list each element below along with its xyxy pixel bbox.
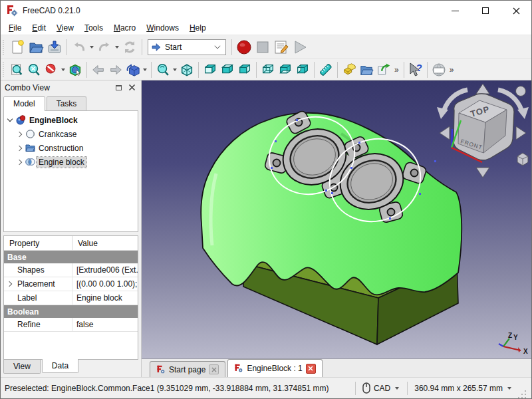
tab-engineblock-document[interactable]: EngineBlock : 1: [227, 359, 322, 377]
menu-help[interactable]: Help: [184, 22, 211, 34]
nav-arrow-up[interactable]: [476, 84, 489, 94]
macro-edit-button[interactable]: [272, 38, 291, 57]
undo-button[interactable]: [70, 38, 88, 57]
save-document-button[interactable]: [45, 38, 64, 57]
section-boolean[interactable]: Boolean: [4, 305, 138, 318]
nav-arrow-left[interactable]: [440, 126, 450, 140]
minimize-button[interactable]: [440, 1, 470, 21]
measure-distance-button[interactable]: [317, 61, 334, 78]
toolbar-overflow-button[interactable]: »: [448, 65, 456, 74]
navigation-style-caret: [395, 387, 399, 390]
tab-view[interactable]: View: [3, 360, 41, 374]
maximize-button[interactable]: [470, 1, 501, 21]
part-design-button[interactable]: [340, 61, 358, 78]
stop-icon: [254, 39, 271, 56]
expander-open-icon[interactable]: [7, 116, 13, 122]
macro-stop-button[interactable]: [253, 38, 272, 57]
tree-item-crankcase[interactable]: Crankcase: [4, 127, 138, 141]
tab-start-page[interactable]: Start page: [150, 361, 225, 377]
export-icon: [376, 63, 391, 77]
undo-dropdown-caret[interactable]: [90, 46, 94, 49]
combo-view-header[interactable]: Combo View: [1, 80, 141, 95]
fit-selection-button[interactable]: [25, 61, 43, 78]
property-row-label[interactable]: Label Engine block: [4, 291, 138, 305]
panel-close-button[interactable]: [126, 82, 137, 93]
property-row-refine[interactable]: Refine false: [4, 318, 138, 332]
right-view-button[interactable]: [236, 61, 253, 78]
isometric-view-button[interactable]: [124, 61, 142, 78]
toolbar-drag-handle[interactable]: [3, 40, 6, 55]
open-document-button[interactable]: [27, 38, 45, 57]
tab-close-button[interactable]: [306, 364, 316, 374]
menu-file[interactable]: File: [3, 22, 27, 34]
toolbar-separator: [256, 62, 257, 78]
top-view-button[interactable]: [219, 61, 236, 78]
draw-style-dropdown-caret[interactable]: [61, 68, 65, 71]
bottom-view-button[interactable]: [277, 61, 294, 78]
menu-view[interactable]: View: [51, 22, 79, 34]
open-folder-button[interactable]: [358, 61, 375, 78]
web-browser-button[interactable]: [430, 61, 448, 78]
navigate-forward-button[interactable]: [107, 61, 124, 78]
section-base[interactable]: Base: [4, 251, 138, 263]
zoom-dropdown-caret[interactable]: [173, 68, 177, 71]
expander-closed-icon[interactable]: [17, 160, 22, 165]
close-button[interactable]: [501, 1, 531, 21]
whats-this-button[interactable]: ?: [407, 61, 424, 78]
tab-data[interactable]: Data: [42, 359, 78, 373]
panel-float-button[interactable]: [113, 82, 124, 93]
tree-item-engine-block[interactable]: Engine block: [4, 155, 138, 169]
expander-closed-icon[interactable]: [17, 146, 22, 151]
axis-z-label: Z: [508, 332, 512, 339]
front-view-button[interactable]: [201, 61, 219, 78]
export-button[interactable]: [375, 61, 392, 78]
new-document-button[interactable]: [8, 38, 27, 57]
menu-windows[interactable]: Windows: [141, 22, 184, 34]
property-value[interactable]: [(0.00 0.00 1.00);...: [72, 279, 138, 289]
property-value[interactable]: [Extrude006 (Ext...: [72, 265, 138, 275]
left-view-button[interactable]: [294, 61, 311, 78]
zoom-button[interactable]: [154, 61, 172, 78]
tree-item-construction[interactable]: Construction: [4, 141, 138, 155]
tree-item-engineblock[interactable]: EngineBlock: [4, 113, 138, 127]
fit-all-button[interactable]: [8, 61, 25, 78]
expander-closed-icon[interactable]: [17, 132, 22, 137]
axonometric-cube-icon: [180, 63, 194, 77]
nav-circle-button[interactable]: [516, 86, 526, 96]
view-dimensions-selector[interactable]: 360.94 mm x 265.57 mm: [414, 384, 513, 393]
nav-arrow-down[interactable]: [476, 168, 489, 178]
property-row-shapes[interactable]: Shapes [Extrude006 (Ext...: [4, 263, 138, 277]
tab-close-button[interactable]: [209, 364, 219, 374]
property-value[interactable]: false: [72, 320, 138, 329]
macro-execute-button[interactable]: [291, 38, 309, 57]
navigation-cube[interactable]: TOP FRONT: [437, 84, 529, 178]
tree-item-label: Construction: [39, 144, 83, 153]
menu-tools[interactable]: Tools: [79, 22, 108, 34]
column-value: Value: [72, 239, 98, 248]
property-value[interactable]: Engine block: [72, 293, 138, 303]
navigation-style-selector[interactable]: CAD: [362, 382, 400, 394]
3d-viewport[interactable]: TOP FRONT Z Y X: [142, 80, 531, 358]
refresh-button[interactable]: [120, 38, 139, 57]
menu-edit[interactable]: Edit: [27, 22, 51, 34]
axonometric-view-button[interactable]: [178, 61, 196, 78]
property-row-placement[interactable]: Placement [(0.00 0.00 1.00);...: [4, 277, 138, 291]
sync-selection-button[interactable]: [66, 61, 84, 78]
workbench-selector[interactable]: Start: [148, 39, 226, 55]
isometric-dropdown-caret[interactable]: [143, 68, 147, 71]
toolbar-overflow-button[interactable]: »: [392, 65, 401, 74]
macro-record-button[interactable]: [235, 38, 253, 57]
navigate-back-button[interactable]: [90, 61, 107, 78]
toolbar-drag-handle[interactable]: [3, 63, 6, 77]
rear-view-button[interactable]: [259, 61, 277, 78]
resize-grip[interactable]: [518, 389, 527, 398]
menu-macro[interactable]: Macro: [108, 22, 141, 34]
draw-style-button[interactable]: [43, 61, 60, 78]
redo-button[interactable]: [95, 38, 114, 57]
tab-model[interactable]: Model: [3, 96, 45, 111]
nav-arrow-right[interactable]: [516, 126, 526, 140]
redo-dropdown-caret[interactable]: [115, 46, 119, 49]
tab-tasks[interactable]: Tasks: [47, 96, 87, 110]
play-icon: [291, 39, 309, 56]
left-view-cube-icon: [295, 63, 310, 77]
